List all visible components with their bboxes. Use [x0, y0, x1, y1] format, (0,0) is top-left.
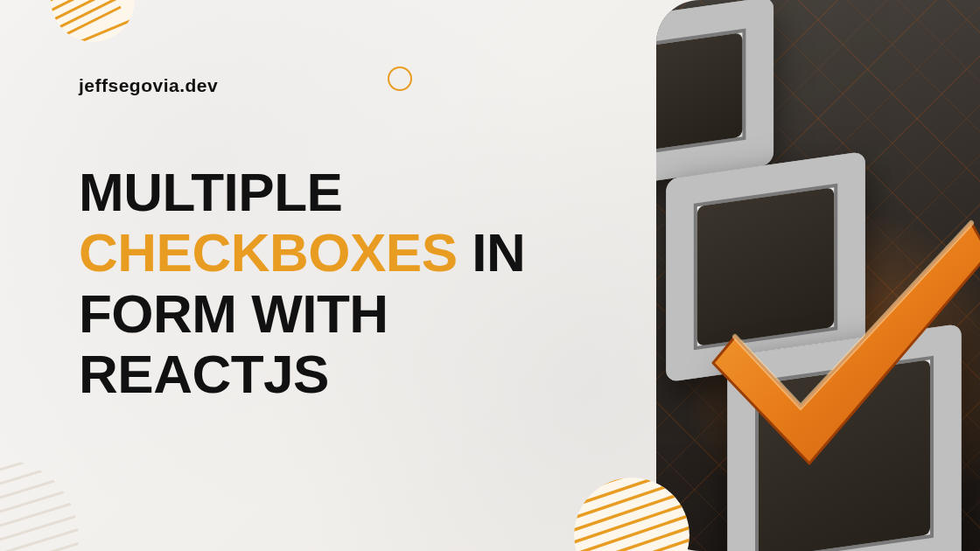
checkbox-shape-3 [727, 324, 961, 551]
headline-line4: REACTJS [79, 344, 329, 404]
hero-image [656, 0, 980, 551]
headline: MULTIPLE CHECKBOXES IN FORM WITH REACTJS [79, 162, 525, 405]
headline-line1: MULTIPLE [79, 162, 342, 222]
headline-line3: FORM WITH [79, 283, 388, 344]
site-name: jeffsegovia.dev [79, 75, 218, 96]
headline-line2-suffix: IN [458, 222, 526, 282]
checkbox-shape-1 [656, 0, 774, 187]
headline-accent: CHECKBOXES [79, 222, 458, 282]
ring-decoration-icon [388, 66, 412, 91]
